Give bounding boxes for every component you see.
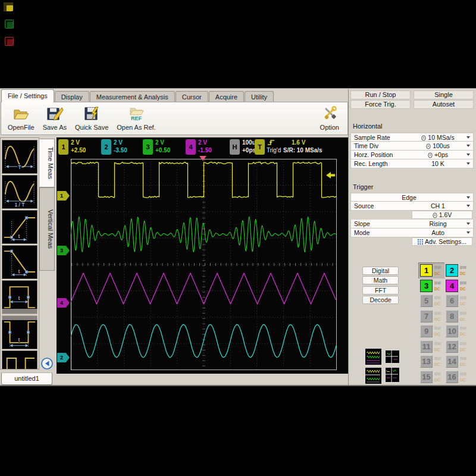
dc-label: DC xyxy=(460,347,465,352)
open-as-ref-button[interactable]: REFOpen As Ref. xyxy=(112,104,159,131)
sample-rate-text: S/R: 10 MSa/s xyxy=(283,146,322,154)
layout-quad-thumb[interactable] xyxy=(385,350,400,364)
source-row[interactable]: SourceCH 1 xyxy=(350,202,474,211)
autoset-button[interactable]: Autoset xyxy=(414,100,474,109)
app-shortcut-yellow-icon[interactable] xyxy=(4,2,13,11)
dc-label: DC xyxy=(434,362,440,367)
channel-1-readout: 2 V+2.50 xyxy=(71,139,86,154)
channel-3-badge[interactable]: 3 xyxy=(143,139,153,155)
dropdown-arrow-icon[interactable] xyxy=(466,145,470,147)
channel-5-button[interactable]: 5 xyxy=(420,295,433,307)
meas-icon-period[interactable]: T xyxy=(2,140,37,174)
meas-icon-negative-width[interactable]: t xyxy=(2,315,37,349)
document-tab[interactable]: untitled1 xyxy=(1,372,52,385)
collapse-sidebar-button[interactable] xyxy=(41,358,53,369)
menu-tab-acquire[interactable]: Acquire xyxy=(209,91,244,102)
tab-vertical-meas[interactable]: Vertical Meas xyxy=(39,187,55,271)
meas-icon-duty-cycle[interactable] xyxy=(2,350,37,369)
force-trig-button[interactable]: Force Trig. xyxy=(350,100,411,109)
time-div-row[interactable]: Time Div100us xyxy=(350,142,474,151)
channel-3-button[interactable]: 3 xyxy=(420,280,433,292)
app-shortcut-red-icon[interactable] xyxy=(5,37,14,46)
channel-9-button[interactable]: 9 xyxy=(420,325,433,337)
channel-2-badge[interactable]: 2 xyxy=(101,139,111,155)
trigger-status: Trig'd xyxy=(267,139,281,154)
meas-icon-frequency[interactable]: 1 / T xyxy=(2,175,37,209)
channel-8-button[interactable]: 8 xyxy=(446,310,458,322)
channel-14-button[interactable]: 14 xyxy=(446,355,458,368)
mode-row[interactable]: ModeAuto xyxy=(350,228,474,237)
single-button[interactable]: Single xyxy=(414,90,474,99)
open-ref-icon: REF xyxy=(117,105,155,123)
trigger-level-arrow[interactable] xyxy=(325,171,336,179)
channel-2-readout-line2: -3.50 xyxy=(114,146,127,154)
digital-button[interactable]: Digital xyxy=(362,267,399,275)
bw-label: BW xyxy=(434,326,441,330)
slope-row[interactable]: SlopeRising xyxy=(350,220,474,228)
horz-position-row[interactable]: Horz. Position+0ps xyxy=(350,151,474,159)
dropdown-arrow-icon[interactable] xyxy=(466,136,470,139)
oscilloscope-app-window: File / SettingsDisplayMeasurement & Anal… xyxy=(0,88,476,386)
channel-10-button[interactable]: 10 xyxy=(446,325,458,337)
trigger-type-row[interactable]: Edge xyxy=(350,193,474,202)
channel-1-badge[interactable]: 1 xyxy=(58,139,68,155)
rec-length-row[interactable]: Rec. Length10 K xyxy=(350,159,474,168)
channel-3-readout-line2: +0.50 xyxy=(155,146,170,154)
menu-tab-cursor[interactable]: Cursor xyxy=(176,91,208,102)
1-6v-row[interactable]: 1.6V xyxy=(350,211,474,220)
meas-icon-rise-time[interactable]: t xyxy=(2,210,37,244)
toolbar-label: Open As Ref. xyxy=(117,124,155,131)
channel-1-button[interactable]: 1 xyxy=(420,264,433,277)
meas-icon-fall-time[interactable]: t xyxy=(2,245,37,279)
decode-button[interactable]: Decode xyxy=(362,296,399,304)
sample-rate-row[interactable]: Sample Rate10 MSa/s xyxy=(350,133,474,142)
quick-save-button[interactable]: Quick Save xyxy=(71,104,112,131)
channel-2-button[interactable]: 2 xyxy=(446,264,458,277)
menu-tab-display[interactable]: Display xyxy=(55,91,89,102)
dc-label: DC xyxy=(460,302,465,306)
1-6v-value-box[interactable]: 1.6V xyxy=(412,211,472,219)
bw-label: BW xyxy=(460,372,466,376)
adv-settings-value-box[interactable]: Adv. Settings... xyxy=(412,237,472,246)
layout-overlay-thumb[interactable] xyxy=(365,348,382,365)
channel-4-button[interactable]: 4 xyxy=(446,280,458,292)
channel-1-marker[interactable]: 1 xyxy=(57,191,70,201)
channel-12-button[interactable]: 12 xyxy=(446,340,458,353)
horizontal-badge[interactable]: H xyxy=(230,139,240,155)
trigger-badge[interactable]: T xyxy=(255,139,265,155)
math-button[interactable]: Math xyxy=(362,276,399,284)
run-stop-button[interactable]: Run / Stop xyxy=(350,90,411,99)
menu-tab-utility[interactable]: Utility xyxy=(245,91,274,102)
app-shortcut-green-icon[interactable] xyxy=(5,20,14,29)
measurement-icon-list: T1 / Ttttt xyxy=(0,137,39,369)
adv-settings-row[interactable]: Adv. Settings... xyxy=(350,237,474,246)
channel-13-button[interactable]: 13 xyxy=(420,355,433,368)
channel-15-button[interactable]: 15 xyxy=(420,371,433,383)
option-button[interactable]: Option xyxy=(318,104,342,131)
tab-time-meas[interactable]: Time Meas xyxy=(39,139,55,187)
dropdown-arrow-icon[interactable] xyxy=(466,162,470,165)
dropdown-arrow-icon[interactable] xyxy=(466,196,470,199)
menu-tab-measurement-analysis[interactable]: Measurement & Analysis xyxy=(90,91,175,102)
save-as-button[interactable]: Save As xyxy=(39,104,71,131)
trigger-position-marker[interactable] xyxy=(199,156,206,161)
dropdown-arrow-icon[interactable] xyxy=(466,223,470,225)
fft-button[interactable]: FFT xyxy=(362,286,399,295)
menu-tab-file-settings[interactable]: File / Settings xyxy=(1,89,54,102)
channel-4-badge[interactable]: 4 xyxy=(186,139,196,155)
layout-split-thumb[interactable] xyxy=(365,367,382,384)
channel-4-marker[interactable]: 4 xyxy=(57,298,70,308)
dropdown-arrow-icon[interactable] xyxy=(466,205,470,207)
control-panel: Run / StopSingleForce Trig.Autoset Horiz… xyxy=(348,89,475,385)
openfile-button[interactable]: OpenFile xyxy=(4,104,39,131)
dropdown-arrow-icon[interactable] xyxy=(466,154,470,156)
channel-7-button[interactable]: 7 xyxy=(420,310,433,322)
channel-6-button[interactable]: 6 xyxy=(446,295,458,307)
dropdown-arrow-icon[interactable] xyxy=(466,231,470,234)
channel-2-marker[interactable]: 2 xyxy=(57,353,70,362)
channel-1-readout-line1: 2 V xyxy=(71,139,86,146)
channel-16-button[interactable]: 16 xyxy=(446,371,458,383)
channel-11-button[interactable]: 11 xyxy=(420,340,433,353)
channel-3-marker[interactable]: 3 xyxy=(57,246,70,255)
layout-quad-waves-thumb[interactable] xyxy=(385,367,400,383)
